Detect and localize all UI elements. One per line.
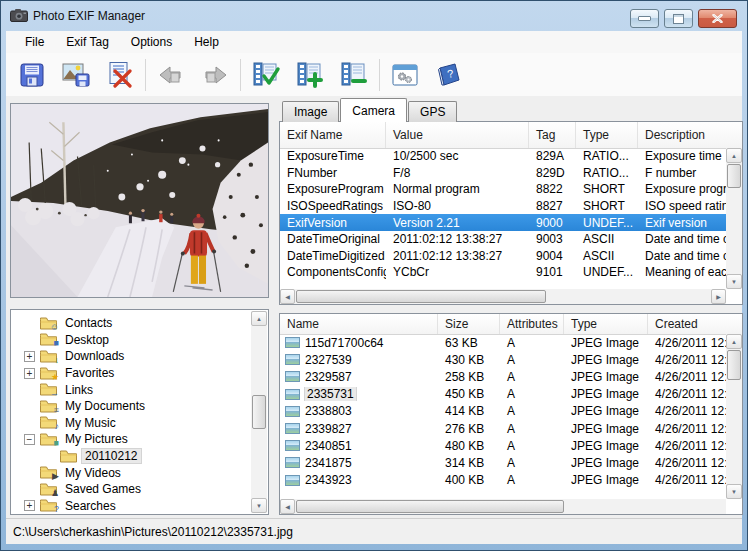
validate-tag-icon (251, 61, 281, 88)
save-image-button[interactable] (54, 55, 98, 94)
tab-camera[interactable]: Camera (340, 98, 407, 122)
scroll-thumb[interactable] (727, 350, 741, 380)
exif-table-row[interactable]: ISOSpeedRatings ISO-80 8827 SHORT ISO sp… (280, 198, 726, 215)
scroll-down-icon[interactable]: ▼ (251, 498, 267, 513)
file-list-row[interactable]: 2341875 314 KB A JPEG Image 4/26/2011 12… (280, 454, 726, 471)
scroll-down-icon[interactable]: ▼ (726, 484, 742, 499)
tab-image[interactable]: Image (282, 101, 339, 122)
expand-toggle-icon[interactable]: + (24, 351, 35, 362)
expand-toggle-icon[interactable]: + (24, 368, 35, 379)
folder-overlay-icon: ▶ (52, 472, 59, 481)
tree-item[interactable]: → Links (12, 381, 251, 398)
tree-item[interactable]: ☺ Contacts (12, 315, 251, 332)
exif-table-row[interactable]: DateTimeDigitized 2011:02:12 13:38:27 90… (280, 248, 726, 265)
tree-item[interactable]: + ★ Favorites (12, 365, 251, 382)
image-file-icon (285, 457, 300, 468)
tree-item[interactable]: ≡ My Documents (12, 398, 251, 415)
exif-col-type[interactable]: Type (576, 122, 638, 148)
folder-overlay-icon: ↓ (55, 356, 60, 365)
toolbar: ? (6, 53, 742, 97)
photo-preview (10, 103, 269, 298)
scroll-up-icon[interactable]: ▲ (726, 334, 742, 349)
tree-item[interactable]: ♪ My Music (12, 415, 251, 432)
camera-icon (10, 8, 28, 22)
minimize-button[interactable] (630, 9, 659, 28)
file-col-size[interactable]: Size (438, 314, 500, 334)
exif-table-row[interactable]: ExifVersion Version 2.21 9000 UNDEF... E… (280, 214, 726, 231)
add-tag-button[interactable] (288, 55, 332, 94)
exif-table-row[interactable]: ComponentsConfig... YCbCr 9101 UNDEF... … (280, 264, 726, 281)
file-col-attributes[interactable]: Attributes (500, 314, 564, 334)
file-list-row[interactable]: 2340851 480 KB A JPEG Image 4/26/2011 12… (280, 437, 726, 454)
menu-exif-tag[interactable]: Exif Tag (55, 32, 119, 52)
remove-tag-button[interactable] (332, 55, 376, 94)
tree-item[interactable]: ♟ Saved Games (12, 481, 251, 498)
tree-item[interactable]: + ↓ Downloads (12, 348, 251, 365)
image-file-icon (285, 475, 300, 486)
folder-overlay-icon: ? (54, 505, 59, 513)
maximize-button[interactable] (664, 9, 693, 28)
save-exif-button[interactable] (10, 55, 54, 94)
file-col-created[interactable]: Created (648, 314, 742, 334)
file-col-type[interactable]: Type (564, 314, 648, 334)
menu-options[interactable]: Options (120, 32, 183, 52)
file-list-row[interactable]: 2339827 276 KB A JPEG Image 4/26/2011 12… (280, 420, 726, 437)
scroll-down-icon[interactable]: ▼ (726, 274, 742, 289)
exif-vertical-scrollbar[interactable]: ▲ ▼ (726, 148, 742, 289)
tree-item[interactable]: ■ Desktop (12, 332, 251, 349)
save-image-icon (61, 62, 91, 88)
tree-item[interactable]: 20110212 (12, 448, 251, 465)
scroll-left-icon[interactable]: ◀ (280, 289, 295, 304)
delete-exif-list-button[interactable] (98, 55, 142, 94)
exif-col-description[interactable]: Description (638, 122, 742, 148)
next-image-button (193, 55, 237, 94)
scroll-right-icon[interactable]: ▶ (711, 289, 726, 304)
previous-image-button (149, 55, 193, 94)
scroll-up-icon[interactable]: ▲ (251, 311, 267, 326)
menu-file[interactable]: File (14, 32, 55, 52)
file-list-row[interactable]: 2327539 430 KB A JPEG Image 4/26/2011 12… (280, 351, 726, 368)
expand-toggle-icon[interactable]: − (24, 434, 35, 445)
exif-table-row[interactable]: ExposureTime 10/2500 sec 829A RATIO... E… (280, 148, 726, 165)
file-list-row[interactable]: 2329587 258 KB A JPEG Image 4/26/2011 12… (280, 368, 726, 385)
exif-horizontal-scrollbar[interactable]: ◀ ▶ (280, 289, 726, 304)
status-path: C:\Users\cherkashin\Pictures\20110212\23… (13, 525, 293, 539)
tree-item[interactable]: + ? Searches (12, 498, 251, 513)
file-list-row[interactable]: 2335731 450 KB A JPEG Image 4/26/2011 12… (280, 386, 726, 403)
toolbar-separator (145, 59, 146, 91)
menu-help[interactable]: Help (183, 32, 230, 52)
close-button[interactable] (698, 9, 737, 28)
file-list-row[interactable]: 2343923 400 KB A JPEG Image 4/26/2011 12… (280, 472, 726, 489)
file-col-name[interactable]: Name (280, 314, 438, 334)
file-vertical-scrollbar[interactable]: ▲ ▼ (726, 334, 742, 499)
exif-table-row[interactable]: ExposureProgram Normal program 8822 SHOR… (280, 181, 726, 198)
tree-vertical-scrollbar[interactable]: ▲ ▼ (251, 311, 267, 513)
exif-col-tag[interactable]: Tag (529, 122, 576, 148)
exif-col-name[interactable]: Exif Name (280, 122, 386, 148)
image-file-icon (285, 337, 300, 348)
status-bar: C:\Users\cherkashin\Pictures\20110212\23… (6, 518, 742, 544)
scroll-left-icon[interactable]: ◀ (280, 499, 295, 514)
tab-gps[interactable]: GPS (408, 101, 457, 122)
exif-col-value[interactable]: Value (386, 122, 529, 148)
desktop-folder-icon: ■ (40, 333, 57, 346)
expand-toggle-icon[interactable]: + (24, 500, 35, 511)
app-window: Photo EXIF Manager File Exif Tag Options… (0, 0, 748, 551)
scroll-thumb[interactable] (727, 164, 741, 188)
file-horizontal-scrollbar[interactable]: ◀ (280, 499, 726, 514)
exif-table-row[interactable]: DateTimeOriginal 2011:02:12 13:38:27 900… (280, 231, 726, 248)
validate-tag-button[interactable] (244, 55, 288, 94)
scroll-thumb[interactable] (296, 500, 564, 513)
help-button[interactable]: ? (427, 55, 471, 94)
tree-item[interactable]: ▶ My Videos (12, 464, 251, 481)
file-list-row[interactable]: 2338803 414 KB A JPEG Image 4/26/2011 12… (280, 403, 726, 420)
add-tag-icon (295, 61, 325, 88)
options-button[interactable] (383, 55, 427, 94)
exif-table-row[interactable]: FNumber F/8 829D RATIO... F number (280, 165, 726, 182)
file-list-row[interactable]: 115d71700c64 63 KB A JPEG Image 4/26/201… (280, 334, 726, 351)
scroll-thumb[interactable] (296, 290, 546, 303)
tree-item[interactable]: − ■ My Pictures (12, 431, 251, 448)
scroll-up-icon[interactable]: ▲ (726, 148, 742, 163)
title-bar[interactable]: Photo EXIF Manager (1, 1, 747, 31)
scroll-thumb[interactable] (252, 395, 266, 429)
